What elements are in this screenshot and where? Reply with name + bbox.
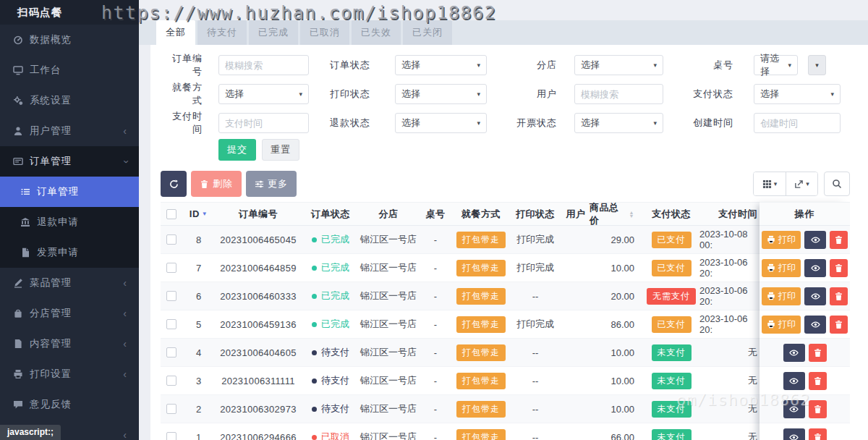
row-checkbox[interactable] xyxy=(166,432,176,440)
trash-icon xyxy=(834,292,843,301)
create-time-input[interactable] xyxy=(754,113,841,133)
printer-icon xyxy=(767,235,775,244)
pay-status-select[interactable]: 选择▾ xyxy=(754,84,841,104)
filter-control-table-no: 请选择▾▾ xyxy=(754,55,841,75)
row-delete-button[interactable] xyxy=(809,344,827,362)
cell-user xyxy=(562,367,590,394)
reset-button[interactable]: 重置 xyxy=(262,139,299,161)
view-button[interactable] xyxy=(804,316,826,334)
view-button[interactable] xyxy=(783,372,805,390)
col-id[interactable]: ID▼ xyxy=(182,203,215,225)
print-button[interactable]: 打印 xyxy=(762,316,801,334)
search-toggle-button[interactable] xyxy=(824,172,850,196)
row-delete-button[interactable] xyxy=(809,400,827,418)
filter-row: 支付时间退款状态选择▾开票状态选择▾创建时间 xyxy=(165,109,868,138)
dining-badge: 打包带走 xyxy=(456,316,506,333)
row-checkbox[interactable] xyxy=(166,291,176,301)
columns-toggle-button[interactable]: ▾ xyxy=(754,172,786,195)
sidebar-item-data-overview[interactable]: 数据概览 xyxy=(0,25,139,55)
cell-id: 4 xyxy=(182,339,215,366)
pay-time-input[interactable] xyxy=(218,113,309,133)
sidebar-item-feedback[interactable]: 意见反馈 xyxy=(0,389,139,420)
user-input[interactable] xyxy=(574,84,663,104)
submit-button[interactable]: 提交 xyxy=(218,139,256,161)
monitor-icon xyxy=(13,65,23,75)
view-button[interactable] xyxy=(783,428,805,440)
print-button[interactable]: 打印 xyxy=(762,287,801,305)
cell-total-price: 86.00 xyxy=(590,310,643,338)
refund-status-select[interactable]: 选择▾ xyxy=(395,113,487,133)
dining-type-select[interactable]: 选择▾ xyxy=(218,84,309,104)
print-status-select[interactable]: 选择▾ xyxy=(395,84,487,104)
cell-order-status: 已完成 xyxy=(302,254,359,282)
export-button[interactable]: ▾ xyxy=(786,172,817,195)
sidebar-item-refund-request[interactable]: 退款申请 xyxy=(0,207,139,237)
col-order-no: 订单编号 xyxy=(215,203,302,225)
table-no-select[interactable]: 请选择▾ xyxy=(754,55,798,75)
tab-已失效[interactable]: 已失效 xyxy=(352,20,401,45)
row-checkbox[interactable] xyxy=(166,234,176,245)
sidebar-item-workbench[interactable]: 工作台 xyxy=(0,55,139,85)
tab-已完成[interactable]: 已完成 xyxy=(249,20,298,45)
col-total-price[interactable]: 商品总价▲▼ xyxy=(590,203,643,225)
invoice-status-select[interactable]: 选择▾ xyxy=(574,113,663,133)
sidebar-item-invoice-request[interactable]: 发票申请 xyxy=(0,237,139,268)
actions-cell xyxy=(760,339,850,367)
row-delete-button[interactable] xyxy=(830,259,848,277)
view-button[interactable] xyxy=(783,400,805,418)
cell-order-no: 20231006460333 xyxy=(215,282,302,310)
row-checkbox[interactable] xyxy=(166,263,176,273)
row-delete-button[interactable] xyxy=(830,316,848,334)
filter-label-dining-type: 就餐方式 xyxy=(165,81,203,107)
trash-icon xyxy=(834,320,843,329)
dining-badge: 打包带走 xyxy=(456,288,506,305)
row-delete-button[interactable] xyxy=(830,287,848,305)
tab-全部[interactable]: 全部 xyxy=(156,20,195,45)
filter-group-dining-type: 就餐方式选择▾ xyxy=(165,80,309,109)
row-checkbox[interactable] xyxy=(166,347,176,358)
sidebar-item-order-mgmt[interactable]: 订单管理‹ xyxy=(0,146,139,177)
tab-已关闭[interactable]: 已关闭 xyxy=(403,20,452,45)
pay-status-badge: 已支付 xyxy=(652,260,692,276)
table-no-extra-button[interactable]: ▾ xyxy=(808,55,826,75)
pay-status-badge: 已支付 xyxy=(652,232,692,248)
order-status-select[interactable]: 选择▾ xyxy=(395,55,487,75)
sidebar-item-dish-mgmt[interactable]: 菜品管理‹ xyxy=(0,268,139,298)
tab-已取消[interactable]: 已取消 xyxy=(300,20,349,45)
sidebar-item-branch-mgmt[interactable]: 分店管理‹ xyxy=(0,298,139,329)
refresh-button[interactable] xyxy=(161,171,187,197)
row-checkbox[interactable] xyxy=(166,376,176,386)
sidebar-item-label: 工作台 xyxy=(30,64,61,77)
row-checkbox[interactable] xyxy=(166,319,176,329)
sidebar-item-content-mgmt[interactable]: 内容管理‹ xyxy=(0,329,139,359)
view-button[interactable] xyxy=(783,344,805,362)
sidebar-item-order-list[interactable]: 订单管理 xyxy=(0,177,139,207)
select-all-checkbox[interactable] xyxy=(166,209,176,219)
cell-user xyxy=(562,339,590,366)
view-button[interactable] xyxy=(804,259,826,277)
row-delete-button[interactable] xyxy=(809,372,827,390)
col-select[interactable] xyxy=(161,203,182,225)
row-delete-button[interactable] xyxy=(830,231,848,249)
delete-button[interactable]: 删除 xyxy=(191,171,242,197)
sidebar-item-user-mgmt[interactable]: 用户管理‹ xyxy=(0,116,139,146)
status-text: 待支付 xyxy=(321,374,349,387)
branch-select[interactable]: 选择▾ xyxy=(574,55,663,75)
print-button[interactable]: 打印 xyxy=(762,231,801,249)
row-checkbox[interactable] xyxy=(166,404,176,414)
tab-待支付[interactable]: 待支付 xyxy=(197,20,247,45)
print-button[interactable]: 打印 xyxy=(762,259,801,277)
actions-column: 操作打印打印打印打印 xyxy=(760,202,850,440)
chevron-down-icon: ▾ xyxy=(477,62,480,69)
row-delete-button[interactable] xyxy=(809,428,827,440)
sidebar-item-system-settings[interactable]: 系统设置 xyxy=(0,85,139,116)
order-no-input[interactable] xyxy=(218,55,309,75)
order-status-tabs: 全部待支付已完成已取消已失效已关闭 xyxy=(139,20,868,45)
view-button[interactable] xyxy=(804,287,826,305)
view-button[interactable] xyxy=(804,231,826,249)
sidebar-item-print-settings[interactable]: 打印设置‹ xyxy=(0,359,139,389)
more-button[interactable]: 更多 xyxy=(246,171,297,197)
cell-user xyxy=(562,282,590,310)
sidebar-logo[interactable]: 扫码点餐 xyxy=(0,0,139,25)
status-text: 已完成 xyxy=(321,233,349,246)
